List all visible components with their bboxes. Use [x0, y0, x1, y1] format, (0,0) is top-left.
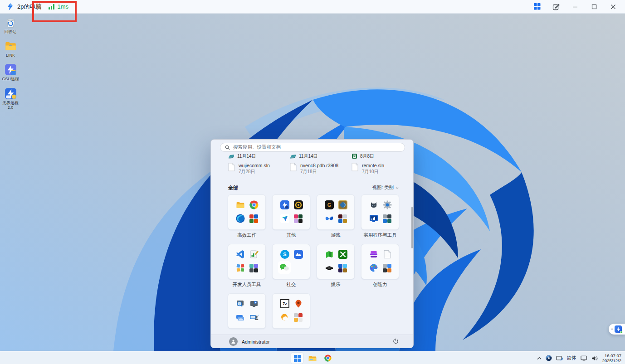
chrome-icon: [249, 200, 259, 209]
svg-text:+: +: [258, 314, 259, 316]
view-category-dropdown[interactable]: 视图: 类别: [372, 184, 399, 191]
category-label: 开发人员工具: [228, 281, 266, 288]
collapse-chevrons: «: [611, 327, 613, 331]
solution-folder-icon: [228, 154, 234, 159]
desktop-icon-recycle-bin[interactable]: 回收站: [0, 16, 21, 34]
tray-sync-icon[interactable]: [556, 355, 563, 361]
document-icon: [352, 163, 358, 171]
recent-file-wujiecomm[interactable]: wujiecomm.sln 7月28日: [228, 163, 270, 175]
display-grid-button[interactable]: [531, 1, 543, 12]
search-icon: [225, 145, 230, 150]
desktop-icon-label: LINK: [0, 53, 21, 58]
category-label: 高效工作: [228, 232, 266, 238]
category-tile-accessibility[interactable]: + +: [228, 293, 266, 329]
floating-toolbar-collapsed[interactable]: «: [609, 324, 625, 335]
start-menu: 搜索应用、设置和文档 11月14日 11月14日: [210, 139, 414, 348]
minimize-button[interactable]: [569, 1, 581, 12]
log-editor-icon: [249, 250, 259, 259]
file-explorer-icon: [308, 355, 317, 362]
wujie-lightning-icon: [280, 200, 289, 209]
category-label: 社交: [272, 281, 310, 288]
file-explorer-icon: [236, 200, 245, 209]
svg-text:+: +: [239, 302, 240, 305]
category-tile-utilities[interactable]: [361, 194, 399, 230]
office-apps-cluster-icon: [249, 214, 259, 223]
edge-icon: [236, 214, 245, 223]
green-film-icon: [325, 250, 334, 259]
app-lightning-icon: [6, 3, 14, 10]
amber-badge-icon: [294, 200, 303, 209]
weather-icon: [280, 313, 289, 322]
file-explorer-taskbar-button[interactable]: [307, 353, 318, 364]
window-titlebar: 2p的电脑 1ms: [0, 0, 625, 14]
recent-item[interactable]: 11月14日: [228, 153, 256, 160]
recent-item[interactable]: 8月8日: [352, 153, 374, 160]
maximize-button[interactable]: [588, 1, 601, 12]
map-pin-icon: [294, 299, 303, 308]
all-apps-header: 全部: [228, 184, 238, 191]
edit-session-button[interactable]: [550, 1, 562, 12]
desktop-icon-label: 无界远程2.0: [0, 101, 21, 110]
chrome-taskbar-button[interactable]: [322, 353, 334, 364]
category-tile-games[interactable]: G: [317, 194, 355, 230]
desktop-icon-link-folder[interactable]: LINK: [0, 40, 21, 58]
touch-keyboard-icon: [236, 313, 245, 322]
photo-cluster-icon: [383, 263, 392, 272]
start-menu-scrollbar[interactable]: [411, 207, 413, 248]
recycle-bin-icon: [5, 16, 17, 29]
windows-logo-icon: [294, 355, 301, 362]
document-icon: [228, 163, 235, 171]
start-search-box[interactable]: 搜索应用、设置和文档: [220, 143, 405, 152]
recent-file-nvenc[interactable]: nvenc8.pdb.r3908 7月18日: [290, 163, 338, 175]
recent-file-remote[interactable]: remote.sln 7月10日: [352, 163, 384, 175]
category-tile-developer[interactable]: [228, 244, 266, 279]
tray-app-icon[interactable]: [546, 355, 552, 361]
online-status-dot: [620, 331, 623, 334]
cat-tool-icon: [369, 200, 378, 209]
category-tile-productivity[interactable]: [228, 194, 266, 230]
power-button[interactable]: [393, 338, 399, 346]
volume-icon[interactable]: [591, 355, 598, 361]
desktop-icon-gsu-app[interactable]: GSU远程: [0, 63, 21, 81]
user-monitor-icon: +: [249, 313, 259, 322]
user-avatar[interactable]: [229, 337, 238, 346]
t-blue-app-icon: [280, 214, 289, 223]
tools-cluster-icon: [383, 214, 392, 223]
recent-item[interactable]: 11月14日: [290, 153, 318, 160]
clock-date: 2025/12/2: [602, 358, 621, 363]
remote-desktop-window: 2p的电脑 1ms: [0, 0, 625, 364]
category-tile-entertainment[interactable]: [317, 244, 355, 279]
user-name[interactable]: Administrator: [242, 339, 270, 345]
chevron-down-icon: [396, 187, 399, 189]
wujie-app2-icon: [5, 87, 17, 100]
category-tile-misc-tools[interactable]: 7z: [272, 293, 310, 329]
seven-zip-icon: 7z: [280, 299, 289, 308]
network-display-icon[interactable]: [581, 355, 587, 361]
taskbar-clock[interactable]: 16:07:07 2025/12/2: [602, 353, 623, 363]
remote-desktop-viewport[interactable]: 回收站 LINK GSU远程: [0, 14, 625, 351]
media-device-icon: [325, 263, 334, 272]
maximize-icon: [591, 4, 597, 10]
red-annotation-box: [32, 1, 77, 22]
desktop-icon-wujie-2[interactable]: 无界远程2.0: [0, 87, 21, 110]
category-tile-other[interactable]: [272, 194, 310, 230]
desktop-icon-label: GSU远程: [0, 77, 21, 81]
category-label: 创造力: [361, 281, 399, 288]
category-tile-social[interactable]: S: [272, 244, 310, 279]
close-button[interactable]: [607, 1, 620, 12]
screen-magnifier-icon: +: [236, 299, 245, 308]
start-button[interactable]: [291, 353, 303, 364]
document-icon: [290, 163, 297, 171]
chrome-icon: [324, 354, 332, 362]
clipchamp-icon: [369, 250, 378, 259]
ime-indicator[interactable]: 简体: [567, 355, 576, 361]
taskbar: 简体 16:07:07 2025/12/2: [0, 351, 625, 364]
category-tile-creativity[interactable]: [361, 244, 399, 279]
solution-folder-icon: [290, 154, 296, 159]
tray-chevron-up-icon[interactable]: [537, 357, 542, 360]
grid-icon: [534, 3, 541, 10]
dev-cluster-icon: [249, 263, 259, 272]
vscode-icon: [236, 250, 245, 259]
start-menu-footer: Administrator: [211, 335, 413, 348]
visual-studio-icon: [236, 263, 245, 272]
